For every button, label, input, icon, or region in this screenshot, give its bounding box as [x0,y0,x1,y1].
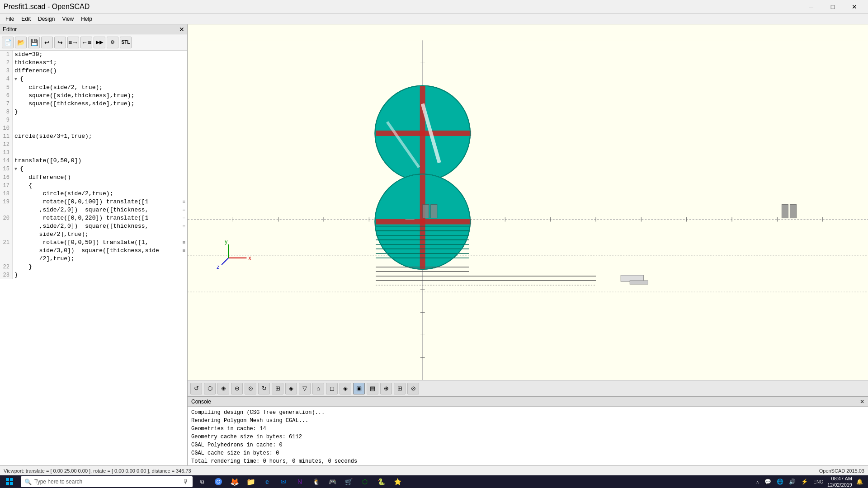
chrome-icon[interactable] [211,475,226,488]
compile-button[interactable]: ▶▶ [94,37,105,48]
line-content: difference() [13,174,71,182]
code-line: 9 [0,116,187,124]
line-overflow-icon: ≡ [182,206,185,214]
ubuntu-icon[interactable]: 🐧 [308,475,324,488]
open-file-button[interactable]: 📂 [15,37,27,48]
render-button[interactable]: ⚙ [107,37,118,48]
search-bar[interactable]: 🔍 Type here to search 🎙 [21,476,193,487]
vp-cross-button[interactable]: ⊘ [407,383,419,394]
menu-file[interactable]: File [2,15,18,23]
store-icon[interactable]: 🛒 [341,475,356,488]
tray-keyboard[interactable]: ENG [812,479,825,484]
editor-header: Editor ✕ [0,24,187,34]
vp-rotate-button[interactable]: ↺ [190,383,202,394]
game-icon[interactable]: 🎮 [325,475,340,488]
console-panel: Console ✕ Compiling design (CSG Tree gen… [188,396,868,475]
line-content: circle(side/3+1,true); [13,132,92,141]
console-line: Geometry cache size in bytes: 6112 [191,433,864,441]
line-content: side/2],true); [13,230,89,239]
ie-icon[interactable]: e [259,475,275,488]
export-stl-button[interactable]: STL [120,37,132,48]
vp-top-button[interactable]: ▽ [299,383,311,394]
start-button[interactable] [0,475,19,488]
code-editor[interactable]: 1side=30;2thickness=1;3difference()4▼{5 … [0,51,187,475]
code-line: 11circle(side/3+1,true); [0,132,187,141]
fold-icon[interactable]: ▼ [14,75,20,84]
svg-rect-0 [188,40,868,380]
menu-view[interactable]: View [58,15,77,23]
taskview-button[interactable]: ⧉ [194,475,210,488]
close-button[interactable]: ✕ [844,0,864,14]
undo-button[interactable]: ↩ [41,37,53,48]
tray-notification[interactable]: 💬 [763,479,773,485]
menu-design[interactable]: Design [34,15,58,23]
save-file-button[interactable]: 💾 [28,37,40,48]
vp-surface-button[interactable]: ▣ [353,383,365,394]
unindent-button[interactable]: ←≡ [80,37,92,48]
viewport[interactable]: x y z ↺ ⬡ ⊕ ⊖ ⊙ ↻ ⊞ ◈ ▽ ⌂ [188,24,868,396]
vp-axes-button[interactable]: ⊕ [380,383,392,394]
vp-iso-button[interactable]: ◈ [340,383,351,394]
code-line: side/3,0]) square([thickness,side≡ [0,247,187,255]
editor-close-icon[interactable]: ✕ [179,26,184,33]
openscad-icon[interactable]: ⬡ [357,475,373,488]
fold-icon[interactable]: ▼ [14,165,20,174]
python-icon[interactable]: 🐍 [373,475,389,488]
vp-zoom-out-button[interactable]: ⊖ [231,383,243,394]
vp-perspective-button[interactable]: ◈ [285,383,297,394]
code-line: ,side/2,0]) square([thickness,≡ [0,206,187,214]
tray-network[interactable]: 🌐 [775,479,785,485]
minimize-button[interactable]: ─ [801,0,821,14]
explorer-icon[interactable]: 📁 [243,475,259,488]
line-number: 11 [0,132,13,141]
maximize-button[interactable]: □ [823,0,843,14]
line-overflow-icon: ≡ [182,222,185,230]
mic-icon[interactable]: 🎙 [183,478,189,485]
tray-expand[interactable]: ∧ [755,479,760,484]
line-content: { [13,182,32,190]
vp-grid-button[interactable]: ⊞ [394,383,406,394]
console-line: Rendering Polygon Mesh using CGAL... [191,417,864,425]
code-line: 8} [0,108,187,116]
code-line: 3difference() [0,67,187,75]
menu-edit[interactable]: Edit [18,15,34,23]
vp-home-button[interactable]: ⌂ [312,383,324,394]
svg-rect-51 [423,204,429,218]
firefox-icon[interactable]: 🦊 [227,475,242,488]
line-content: ▼{ [13,75,24,84]
line-number: 19 [0,198,13,206]
line-content: rotate([0,0,220]) translate([1 [13,214,148,222]
line-content: } [13,263,32,271]
line-overflow-icon: ≡ [182,198,185,206]
indent-button[interactable]: ≡→ [67,37,79,48]
console-line: Total rendering time: 0 hours, 0 minutes… [191,457,864,465]
vp-box-button[interactable]: ◻ [326,383,338,394]
console-close-icon[interactable]: ✕ [860,399,864,405]
line-number: 6 [0,92,13,100]
line-content: ,side/2,0]) square([thickness, [13,206,148,214]
line-overflow-icon: ≡ [182,239,185,247]
vp-zoom-in-button[interactable]: ⊙ [245,383,256,394]
svg-rect-35 [420,86,425,181]
tray-power[interactable]: ⚡ [800,479,809,485]
vp-wireframe-button[interactable]: ▤ [367,383,378,394]
tray-volume[interactable]: 🔊 [788,479,797,485]
titlebar: Presfit1.scad - OpenSCAD ─ □ ✕ [0,0,868,14]
redo-button[interactable]: ↪ [54,37,66,48]
taskbar: 🔍 Type here to search 🎙 ⧉ 🦊 📁 e ✉ N 🐧 🎮 … [0,475,868,488]
vp-refresh-button[interactable]: ↻ [258,383,270,394]
menu-help[interactable]: Help [77,15,96,23]
vp-ortho-button[interactable]: ⊞ [272,383,283,394]
line-content: /2],true); [13,255,75,263]
mail-icon[interactable]: ✉ [276,475,291,488]
tray-notifications[interactable]: 🔔 [855,479,864,485]
new-file-button[interactable]: 📄 [2,37,14,48]
vp-3d-button[interactable]: ⬡ [204,383,216,394]
main-layout: Editor ✕ 📄 📂 💾 ↩ ↪ ≡→ ←≡ ▶▶ ⚙ STL 1side=… [0,24,868,475]
line-number [0,222,13,230]
vp-zoom-fit-button[interactable]: ⊕ [217,383,229,394]
extra-icon[interactable]: ⭐ [390,475,405,488]
console-line: Compiling design (CSG Tree generation)..… [191,408,864,417]
onenote-icon[interactable]: N [292,475,307,488]
line-number: 5 [0,84,13,92]
